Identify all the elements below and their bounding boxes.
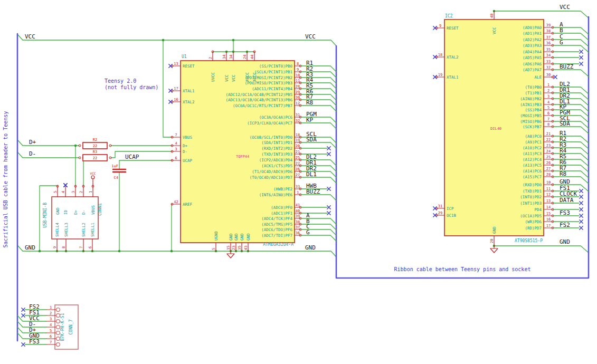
pin-name: UGND <box>214 231 219 241</box>
wire-dminus-to-pin[interactable] <box>111 151 172 158</box>
pin-name: VBUS <box>91 205 96 215</box>
pin-circle <box>56 337 60 341</box>
wire-net[interactable] <box>301 142 336 148</box>
pin-number: 1 <box>547 83 549 87</box>
pin-name: (A10)PC2 <box>523 146 542 150</box>
wire-vcc-rail[interactable] <box>17 34 336 46</box>
net-label-fs2[interactable]: FS2 <box>560 222 570 228</box>
wire-net[interactable] <box>301 235 336 241</box>
pin-number: 34 <box>229 55 233 59</box>
pin-number: 1 <box>89 191 93 193</box>
net-label-fs3[interactable]: FS3 <box>560 209 570 216</box>
net-label-sda[interactable]: SDA <box>560 120 570 127</box>
teensy-note[interactable]: (not fully drawn) <box>105 84 158 90</box>
pin-name: (SCLK/PCINT1)PB1 <box>254 70 292 74</box>
pin-number: 29 <box>296 90 300 94</box>
net-label-g[interactable]: G <box>306 229 310 236</box>
net-label-data[interactable]: DATA <box>560 197 574 204</box>
pin-number: 4 <box>547 100 549 104</box>
wire-dplus-rail[interactable] <box>17 140 79 146</box>
pin-number: 16 <box>174 98 178 102</box>
net-label-buzz[interactable]: BUZZ <box>306 188 320 195</box>
wire-net[interactable] <box>553 45 589 52</box>
wire-ucap-wire[interactable] <box>119 160 172 169</box>
junction-dot <box>118 250 121 253</box>
component-part-number: AT90S8515-P <box>515 238 543 243</box>
wire-net[interactable] <box>553 121 589 128</box>
pin-name: (A9)PC1 <box>525 140 542 145</box>
wire-vbus-drop[interactable] <box>163 40 172 137</box>
pin-name: (RXD)PD0 <box>523 183 542 187</box>
wire-net[interactable] <box>553 33 589 40</box>
pin-number: 5 <box>50 329 52 333</box>
pin-number: 28 <box>546 173 551 177</box>
pin-number: 25 <box>296 156 300 160</box>
pin-name: (A14)PC6 <box>523 169 542 174</box>
wire-net[interactable] <box>553 70 589 76</box>
net-label-r8[interactable]: R8 <box>306 99 313 106</box>
net-label-r8[interactable]: R8 <box>560 170 566 177</box>
net-label-fs3[interactable]: FS3 <box>29 338 40 345</box>
wire-ic2-vcc[interactable] <box>494 11 589 18</box>
net-label-vcc[interactable]: VCC <box>25 33 35 40</box>
component-value: TQFP44 <box>236 155 249 159</box>
pin-name: ALE <box>534 75 542 80</box>
pin-name: SHELL4 <box>55 222 60 237</box>
net-label-g[interactable]: G <box>560 39 563 46</box>
pin-name: (AD7)PA7 <box>523 68 542 72</box>
component-ref[interactable]: U1 <box>182 54 187 59</box>
net-label-sda[interactable]: SDA <box>306 136 317 143</box>
junction-dot <box>232 39 235 42</box>
pin-number: 13 <box>546 199 551 203</box>
wire-net[interactable] <box>301 195 336 200</box>
net-label-gnd[interactable]: GND <box>560 238 570 245</box>
component-ref[interactable]: CONN_7 <box>69 319 73 334</box>
pin-name: (T0/OC4D/ADC10)PD7 <box>250 175 292 180</box>
wire-net[interactable] <box>553 104 589 111</box>
wire-ic2-gnd[interactable] <box>494 246 589 253</box>
pin-name: (AD6)PA6 <box>523 62 542 66</box>
pin-number: 11 <box>546 187 551 191</box>
pin-name: (RD)PD7 <box>525 226 542 231</box>
teensy-note[interactable]: Teensy 2.0 <box>105 78 136 84</box>
net-label-ucap[interactable]: UCAP <box>125 154 139 160</box>
net-label-dl1[interactable]: DL1 <box>306 171 317 178</box>
pin-name: (A11)PC3 <box>523 151 542 156</box>
pin-number: 40 <box>490 14 494 18</box>
pin-number: 5 <box>212 248 216 250</box>
component-ref[interactable]: CONN1 <box>98 203 102 216</box>
usb-note[interactable]: Sacrificial USB cable from header to Tee… <box>3 111 8 248</box>
pin-number: 9 <box>297 68 299 72</box>
net-label-gnd[interactable]: GND <box>305 244 316 251</box>
pin-name: (ADC13/OC1B/OC4B/PCINT13)PB6 <box>226 98 293 102</box>
pin-name: D- <box>183 149 187 154</box>
wire-net[interactable] <box>553 177 589 184</box>
pin-name: GND <box>55 207 60 215</box>
net-label-buzz[interactable]: BUZZ <box>560 63 574 70</box>
pin-number: 25 <box>546 155 551 159</box>
net-label-gnd[interactable]: GND <box>25 244 35 251</box>
pin-number: 22 <box>296 161 300 166</box>
pin-number: 34 <box>546 53 551 58</box>
pin-name: D- <box>81 210 86 215</box>
wire-dminus-rail[interactable] <box>17 152 79 158</box>
component-ref[interactable]: B7K-PH-K-S1 <box>60 313 65 341</box>
wire-net[interactable] <box>553 127 589 133</box>
component-ref[interactable]: IC2 <box>445 14 453 18</box>
pin-name: GND <box>246 233 251 241</box>
pin-name: (AD5)PA5 <box>523 55 542 60</box>
net-label-kp[interactable]: KP <box>306 117 314 123</box>
pin-number: 6 <box>547 111 549 116</box>
resistor-ref: R2 <box>93 138 97 142</box>
pin-name: (TXD)PD1 <box>523 189 542 194</box>
pin-number: 6 <box>88 246 92 248</box>
pin-name: UCAP <box>183 158 193 163</box>
net-label-d-[interactable]: D- <box>29 150 36 157</box>
wire-net[interactable] <box>301 123 336 129</box>
pin-circle <box>56 325 60 329</box>
ribbon-note[interactable]: Ribbon cable between Teensy pins and soc… <box>394 266 531 272</box>
net-label-d+[interactable]: D+ <box>29 139 36 146</box>
component-ref[interactable]: USB-MINI-B <box>43 203 48 228</box>
net-label-vcc[interactable]: VCC <box>560 4 570 11</box>
net-label-vcc[interactable]: VCC <box>305 33 316 40</box>
